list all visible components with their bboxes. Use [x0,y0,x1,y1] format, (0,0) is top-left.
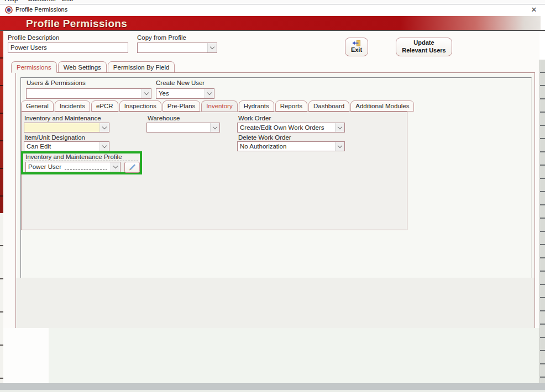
update-button-line1: Update [413,39,434,47]
tab-dashboard[interactable]: Dashboard [308,100,349,112]
warehouse-select[interactable] [146,123,220,133]
inventory-and-maintenance-value [24,123,99,132]
chevron-down-icon[interactable] [111,162,120,172]
create-new-user-label: Create New User [156,80,205,86]
update-relevant-users-button[interactable]: Update Relevant Users [396,38,452,56]
banner: Profile Permissions [0,16,541,30]
create-new-user-value: Yes [156,89,205,98]
background-menu-exit: Exit [62,0,73,3]
inventory-profile-value: Power User [28,163,61,172]
item-unit-designation-select[interactable]: Can Edit [24,141,109,151]
tab-hydrants[interactable]: Hydrants [239,100,274,112]
work-order-label: Work Order [238,115,271,121]
copy-from-profile-label: Copy from Profile [137,34,186,41]
tab-web-settings[interactable]: Web Settings [58,61,107,73]
focus-dashes [65,169,107,169]
users-permissions-select[interactable] [26,88,151,99]
delete-work-order-label: Delete Work Order [238,134,291,141]
chevron-down-icon[interactable] [142,89,151,98]
chevron-down-icon[interactable] [335,123,344,132]
profile-description-input[interactable]: Power Users [8,43,128,53]
app-badge-icon [5,6,13,14]
chevron-down-icon[interactable] [205,89,214,98]
exit-button-label: Exit [351,46,362,54]
background-menu-bar: Help Customer Exit [0,0,545,4]
tab-general[interactable]: General [21,100,54,112]
inventory-profile-label: Inventory and Maintenance Profile [25,153,140,160]
panel-lower-band [16,278,534,328]
users-permissions-label: Users & Permissions [27,80,86,86]
edit-profile-button[interactable] [124,162,140,173]
tab-permissions[interactable]: Permissions [11,61,57,73]
left-window-edge-lower [0,213,3,383]
tab-inspections[interactable]: Inspections [119,100,161,112]
focus-dashes [25,161,138,161]
warehouse-label: Warehouse [148,115,180,121]
page-title: Profile Permissions [26,18,127,30]
inventory-and-maintenance-label: Inventory and Maintenance [24,115,101,121]
dialog-lower-area [3,328,539,383]
permissions-panel: Users & Permissions Create New User Yes … [15,72,535,328]
update-button-line2: Relevant Users [402,47,446,55]
chevron-down-icon[interactable] [207,43,217,52]
inventory-and-maintenance-select[interactable] [24,123,109,133]
copy-from-profile-select[interactable] [137,43,217,53]
users-permissions-value [27,89,142,98]
inventory-profile-highlight-box: Inventory and Maintenance Profile Power … [21,151,142,174]
background-menu-customer: Customer [28,0,56,3]
exit-button[interactable]: Exit [345,38,368,56]
tab-additional-modules[interactable]: Additional Modules [350,100,414,112]
item-unit-designation-label: Item/Unit Designation [24,134,85,141]
item-unit-designation-value: Can Edit [24,142,99,151]
chevron-down-icon[interactable] [99,142,109,151]
warehouse-value [147,123,210,132]
tab-inventory[interactable]: Inventory [201,100,237,112]
close-icon[interactable]: ✕ [528,5,539,15]
bottom-window-edge [0,383,545,390]
background-menu-help: Help [4,0,18,3]
chevron-down-icon[interactable] [210,123,219,132]
main-tab-bar: Permissions Web Settings Permission By F… [11,60,175,73]
chevron-down-icon[interactable] [99,123,109,132]
create-new-user-select[interactable]: Yes [156,88,214,99]
pencil-icon [128,163,136,171]
tab-epcr[interactable]: ePCR [91,100,118,112]
delete-work-order-select[interactable]: No Authorization [237,141,345,151]
tab-permission-by-field[interactable]: Permission By Field [108,61,175,73]
right-window-edge [539,60,545,383]
window-title: Profile Permissions [15,6,67,13]
tab-reports[interactable]: Reports [275,100,307,112]
profile-description-label: Profile Description [8,34,59,41]
dialog-lower-patch [3,328,49,383]
tab-pre-plans[interactable]: Pre-Plans [163,100,201,112]
tab-incidents[interactable]: Incidents [55,100,90,112]
left-window-edge [0,31,3,213]
bottom-window-edge-light [0,390,545,392]
copy-from-profile-value [138,43,207,52]
work-order-select[interactable]: Create/Edit Own Work Orders [237,123,345,133]
chevron-down-icon[interactable] [335,142,344,151]
exit-door-icon [352,40,361,46]
delete-work-order-value: No Authorization [238,142,335,151]
inventory-profile-select[interactable]: Power User [25,162,120,172]
window-titlebar: Profile Permissions ✕ [0,4,545,16]
module-tab-bar: General Incidents ePCR Inspections Pre-P… [21,99,414,112]
work-order-value: Create/Edit Own Work Orders [238,123,335,132]
inventory-tab-panel: Inventory and Maintenance Item/Unit Desi… [21,112,407,230]
